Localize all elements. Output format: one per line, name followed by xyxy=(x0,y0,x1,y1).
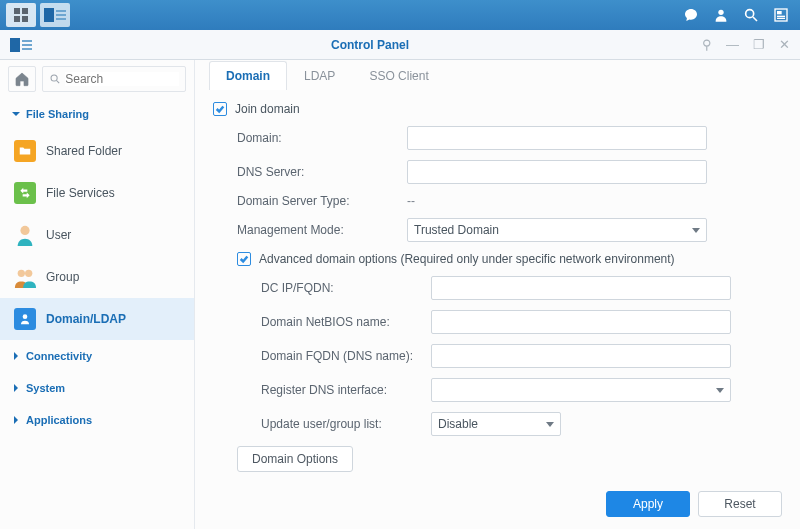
window-titlebar: Control Panel ⚲ — ❐ ✕ xyxy=(0,30,800,60)
label-fqdn: Domain FQDN (DNS name): xyxy=(261,349,431,363)
panel-domain: Join domain Domain: DNS Server: Domain S… xyxy=(195,90,800,529)
sidebar: File Sharing Shared Folder File Services… xyxy=(0,60,195,529)
sidebar-item-user[interactable]: User xyxy=(0,214,194,256)
label-register-dns: Register DNS interface: xyxy=(261,383,431,397)
checkbox-advanced[interactable] xyxy=(237,252,251,266)
pin-icon[interactable]: ⚲ xyxy=(702,37,712,52)
svg-point-11 xyxy=(51,75,57,81)
chevron-down-icon xyxy=(546,422,554,427)
svg-rect-7 xyxy=(775,9,787,21)
svg-line-6 xyxy=(753,17,757,21)
tab-sso[interactable]: SSO Client xyxy=(352,61,445,90)
input-dns[interactable] xyxy=(407,160,707,184)
search-field[interactable] xyxy=(65,72,179,86)
sidebar-item-label: User xyxy=(46,228,71,242)
svg-rect-0 xyxy=(14,8,20,14)
apply-button[interactable]: Apply xyxy=(606,491,690,517)
label-advanced: Advanced domain options (Required only u… xyxy=(259,252,675,266)
sidebar-item-group[interactable]: Group xyxy=(0,256,194,298)
svg-line-12 xyxy=(57,81,60,84)
sidebar-item-file-services[interactable]: File Services xyxy=(0,172,194,214)
chevron-down-icon xyxy=(716,388,724,393)
label-netbios: Domain NetBIOS name: xyxy=(261,315,431,329)
svg-rect-3 xyxy=(22,16,28,22)
system-taskbar xyxy=(0,0,800,30)
group-file-sharing[interactable]: File Sharing xyxy=(0,98,194,130)
group-system[interactable]: System xyxy=(0,372,194,404)
value-server-type: -- xyxy=(407,194,707,208)
close-icon[interactable]: ✕ xyxy=(779,37,790,52)
maximize-icon[interactable]: ❐ xyxy=(753,37,765,52)
svg-point-15 xyxy=(25,270,32,277)
svg-point-16 xyxy=(23,314,28,319)
sidebar-item-label: Group xyxy=(46,270,79,284)
search-input[interactable] xyxy=(42,66,186,92)
svg-point-13 xyxy=(20,226,29,235)
group-connectivity[interactable]: Connectivity xyxy=(0,340,194,372)
svg-point-4 xyxy=(718,10,723,15)
group-icon xyxy=(14,266,36,288)
label-domain: Domain: xyxy=(237,131,407,145)
tabs: Domain LDAP SSO Client xyxy=(195,60,800,90)
home-button[interactable] xyxy=(8,66,36,92)
input-dc[interactable] xyxy=(431,276,731,300)
label-dc: DC IP/FQDN: xyxy=(261,281,431,295)
select-update-list[interactable]: Disable xyxy=(431,412,561,436)
tab-domain[interactable]: Domain xyxy=(209,61,287,90)
checkbox-join-domain[interactable] xyxy=(213,102,227,116)
label-dns: DNS Server: xyxy=(237,165,407,179)
svg-rect-2 xyxy=(14,16,20,22)
search-icon xyxy=(49,72,61,86)
sidebar-item-domain-ldap[interactable]: Domain/LDAP xyxy=(0,298,194,340)
user-icon xyxy=(14,224,36,246)
svg-point-14 xyxy=(18,270,25,277)
chevron-down-icon xyxy=(692,228,700,233)
select-register-dns[interactable] xyxy=(431,378,731,402)
control-panel-icon xyxy=(10,38,32,52)
taskbar-search-icon[interactable] xyxy=(738,3,764,27)
folder-icon xyxy=(14,140,36,162)
input-domain[interactable] xyxy=(407,126,707,150)
taskbar-apps-button[interactable] xyxy=(6,3,36,27)
input-fqdn[interactable] xyxy=(431,344,731,368)
select-mgmt-mode[interactable]: Trusted Domain xyxy=(407,218,707,242)
window-title: Control Panel xyxy=(38,38,702,52)
sidebar-item-label: Domain/LDAP xyxy=(46,312,126,326)
sidebar-item-shared-folder[interactable]: Shared Folder xyxy=(0,130,194,172)
label-mgmt-mode: Management Mode: xyxy=(237,223,407,237)
taskbar-control-panel[interactable] xyxy=(40,3,70,27)
label-server-type: Domain Server Type: xyxy=(237,194,407,208)
svg-point-5 xyxy=(746,10,754,18)
svg-rect-1 xyxy=(22,8,28,14)
check-icon xyxy=(215,104,225,114)
arrows-icon xyxy=(14,182,36,204)
label-join-domain: Join domain xyxy=(235,102,300,116)
domain-icon xyxy=(14,308,36,330)
taskbar-user-icon[interactable] xyxy=(708,3,734,27)
sidebar-item-label: File Services xyxy=(46,186,115,200)
svg-rect-8 xyxy=(777,11,782,14)
domain-options-button[interactable]: Domain Options xyxy=(237,446,353,472)
taskbar-widgets-icon[interactable] xyxy=(768,3,794,27)
taskbar-chat-icon[interactable] xyxy=(678,3,704,27)
sidebar-item-label: Shared Folder xyxy=(46,144,122,158)
tab-ldap[interactable]: LDAP xyxy=(287,61,352,90)
input-netbios[interactable] xyxy=(431,310,731,334)
minimize-icon[interactable]: — xyxy=(726,37,739,52)
control-panel-icon xyxy=(44,8,66,22)
reset-button[interactable]: Reset xyxy=(698,491,782,517)
label-update-list: Update user/group list: xyxy=(261,417,431,431)
check-icon xyxy=(239,254,249,264)
group-applications[interactable]: Applications xyxy=(0,404,194,436)
content-area: Domain LDAP SSO Client Join domain Domai… xyxy=(195,60,800,529)
